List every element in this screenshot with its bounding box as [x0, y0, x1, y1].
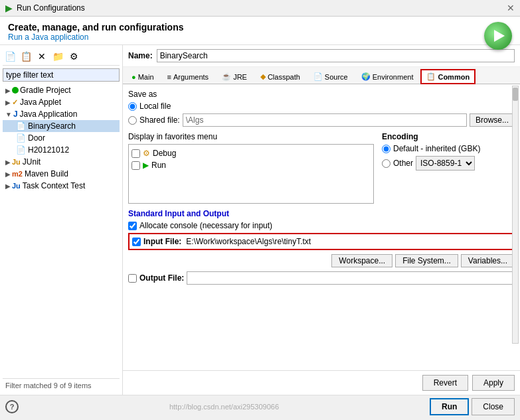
- run-close-row: Run Close: [430, 398, 515, 415]
- shared-file-input[interactable]: [183, 113, 467, 127]
- right-panel: Name: ● Main ≡ Arguments ☕ JRE ◆: [123, 45, 520, 395]
- tree-item-taskctx[interactable]: ▶ Ju Task Context Test: [3, 180, 120, 192]
- run-play-button[interactable]: [484, 22, 512, 50]
- output-file-path-input[interactable]: [187, 271, 515, 285]
- title-bar-icon: ▶: [5, 3, 13, 13]
- main-tab-icon: ●: [131, 73, 136, 81]
- output-file-checkbox[interactable]: [128, 274, 137, 283]
- tree-item-maven[interactable]: ▶ m2 Maven Build: [3, 168, 120, 180]
- tree-item-label: JUnit: [23, 157, 41, 167]
- variables-button[interactable]: Variables...: [461, 254, 515, 267]
- title-bar: ▶ Run Configurations ✕: [0, 0, 520, 17]
- tree-item-h20[interactable]: 📄 H20121012: [3, 144, 120, 156]
- other-encoding-radio[interactable]: [382, 159, 390, 168]
- filter-input[interactable]: [3, 68, 120, 82]
- tab-label: Environment: [373, 73, 414, 81]
- header-area: Create, manage, and run configurations R…: [0, 17, 520, 45]
- title-bar-close[interactable]: ✕: [507, 3, 515, 13]
- input-file-checkbox[interactable]: [132, 238, 141, 246]
- tree-item-javaapp[interactable]: ▼ J Java Application: [3, 108, 120, 120]
- encoding-col: Encoding Default - inherited (GBK) Other…: [382, 132, 515, 204]
- scrollbar[interactable]: [512, 86, 519, 344]
- tabs-row: ● Main ≡ Arguments ☕ JRE ◆ Classpath 📄: [123, 67, 520, 84]
- junit-icon: Ju: [12, 158, 21, 166]
- fav-debug-item: ⚙ Debug: [131, 147, 371, 159]
- left-toolbar: 📄 📋 ✕ 📁 ⚙: [3, 48, 120, 66]
- stdio-label-colored: Input and Output: [165, 209, 229, 218]
- close-button[interactable]: Close: [472, 398, 515, 415]
- shared-file-radio[interactable]: [128, 116, 137, 125]
- tab-label: JRE: [233, 73, 247, 81]
- workspace-button[interactable]: Workspace...: [331, 254, 392, 267]
- fav-debug-checkbox[interactable]: [131, 149, 140, 158]
- tree-item-door[interactable]: 📄 Door: [3, 132, 120, 144]
- tree-item-label: Maven Build: [25, 169, 68, 178]
- copy-config-button[interactable]: 📋: [19, 49, 33, 64]
- tree-item-gradle[interactable]: ▶ Gradle Project: [3, 84, 120, 96]
- tab-label: Common: [438, 73, 470, 81]
- tab-source[interactable]: 📄 Source: [307, 69, 354, 84]
- expand-arrow-icon: ▼: [5, 111, 12, 118]
- fav-run-checkbox[interactable]: [131, 161, 140, 170]
- tree-item-binarysearch[interactable]: 📄 BinarySearch: [3, 120, 120, 132]
- tree-item-label: H20121012: [28, 145, 69, 155]
- maven-icon: m2: [12, 170, 23, 178]
- default-encoding-radio[interactable]: [382, 145, 390, 153]
- source-tab-icon: 📄: [313, 72, 323, 81]
- tab-environment[interactable]: 🌍 Environment: [355, 69, 420, 84]
- filter-button[interactable]: 📁: [50, 49, 65, 64]
- tab-jre[interactable]: ☕ JRE: [216, 69, 253, 84]
- encoding-label: Encoding: [382, 132, 515, 141]
- bottom-bar: Revert Apply: [123, 370, 520, 395]
- javaapp-icon: J: [13, 109, 18, 119]
- stdio-header: Standard Input and Output: [128, 209, 515, 218]
- revert-button[interactable]: Revert: [422, 375, 468, 391]
- tab-arguments[interactable]: ≡ Arguments: [161, 69, 215, 84]
- run-button[interactable]: Run: [430, 398, 469, 415]
- file-icon: 📄: [16, 133, 26, 143]
- jre-tab-icon: ☕: [222, 72, 231, 81]
- tree-item-label: BinarySearch: [28, 121, 76, 131]
- default-encoding-row: Default - inherited (GBK): [382, 144, 515, 153]
- very-bottom-bar: ? http://blog.csdn.net/axi295309066 Run …: [0, 395, 520, 418]
- play-button-container: [484, 22, 512, 50]
- expand-icon: ▶: [5, 159, 11, 166]
- delete-config-button[interactable]: ✕: [35, 49, 49, 64]
- allocate-console-row: Allocate console (necessary for input): [128, 221, 515, 230]
- expand-icon: ▶: [5, 99, 11, 106]
- two-col-section: Display in favorites menu ⚙ Debug ▶ Run: [128, 132, 515, 204]
- local-file-radio[interactable]: [128, 102, 137, 111]
- new-config-button[interactable]: 📄: [3, 49, 17, 64]
- name-row: Name:: [123, 45, 520, 67]
- shared-file-label: Shared file:: [139, 115, 180, 125]
- allocate-console-label: Allocate console (necessary for input): [139, 221, 272, 230]
- local-file-label: Local file: [139, 102, 171, 111]
- watermark-text: http://blog.csdn.net/axi295309066: [169, 403, 279, 411]
- favorites-col: Display in favorites menu ⚙ Debug ▶ Run: [128, 132, 374, 204]
- help-button[interactable]: ?: [5, 400, 19, 413]
- encoding-select[interactable]: ISO-8859-1: [416, 156, 475, 171]
- tab-main[interactable]: ● Main: [126, 69, 160, 84]
- settings-button[interactable]: ⚙: [66, 49, 81, 64]
- tab-content-common: Save as Local file Shared file: Browse..…: [123, 84, 520, 370]
- tab-common[interactable]: 📋 Common: [420, 69, 476, 84]
- local-file-row: Local file: [128, 102, 515, 111]
- tree-item-junit[interactable]: ▶ Ju JUnit: [3, 156, 120, 168]
- filesystem-button[interactable]: File System...: [395, 254, 458, 267]
- tab-label: Source: [325, 73, 348, 81]
- input-file-path-input[interactable]: [184, 236, 511, 247]
- tab-label: Classpath: [268, 73, 300, 81]
- tree-item-label: Door: [28, 133, 45, 143]
- shared-file-row: Shared file: Browse...: [128, 113, 515, 127]
- tree-item-label: Java Applet: [20, 98, 61, 107]
- expand-icon: ▶: [5, 87, 11, 94]
- args-tab-icon: ≡: [167, 73, 171, 81]
- apply-button[interactable]: Apply: [472, 375, 515, 391]
- tab-classpath[interactable]: ◆ Classpath: [254, 69, 306, 84]
- filter-status: Filter matched 9 of 9 items: [3, 378, 120, 392]
- tree-item-applet[interactable]: ▶ ✓ Java Applet: [3, 96, 120, 108]
- default-encoding-label: Default - inherited (GBK): [393, 144, 480, 153]
- allocate-console-checkbox[interactable]: [128, 222, 137, 230]
- name-input[interactable]: [157, 49, 515, 62]
- browse-button[interactable]: Browse...: [470, 113, 515, 127]
